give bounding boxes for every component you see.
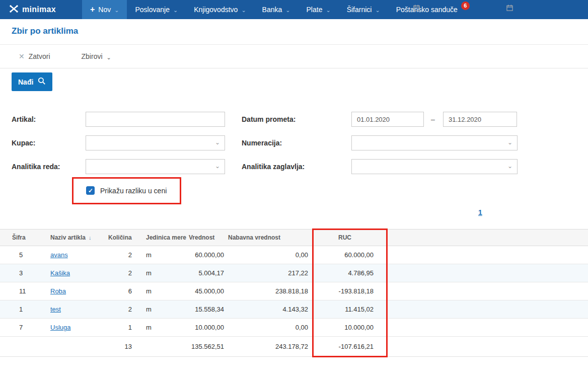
prikazi-razliku-checkbox[interactable] bbox=[86, 186, 95, 195]
cell-vrednost: 45.000,00 bbox=[189, 282, 228, 300]
cell-kolicina: 2 bbox=[108, 264, 136, 282]
cell-kolicina: 2 bbox=[108, 246, 136, 264]
analitika-zaglavlja-select[interactable]: ⌄ bbox=[351, 159, 518, 174]
close-button[interactable]: ✕ Zatvori bbox=[19, 52, 50, 60]
kupac-label: Kupac: bbox=[12, 135, 35, 150]
artikal-link[interactable]: test bbox=[50, 305, 61, 313]
header-naziv-label: Naziv artikla bbox=[50, 234, 86, 241]
header-ruc[interactable]: RUC bbox=[312, 230, 378, 246]
artikal-link[interactable]: Kašika bbox=[50, 269, 70, 277]
zbirovi-label: Zbirovi bbox=[82, 52, 103, 60]
table-row: 1 test 2 m 15.558,34 4.143,32 11.415,02 bbox=[0, 300, 588, 319]
date-from-input[interactable] bbox=[351, 112, 424, 127]
kupac-select[interactable]: ⌄ bbox=[86, 135, 225, 150]
search-icon bbox=[38, 77, 46, 87]
minimax-logo-icon bbox=[9, 5, 19, 15]
chevron-down-icon: ⌄ bbox=[114, 7, 119, 14]
nav-item-postansko-sanduce[interactable]: Poštansko sanduče 6 bbox=[388, 0, 478, 19]
chevron-down-icon: ⌄ bbox=[507, 163, 512, 170]
numeracija-select[interactable]: ⌄ bbox=[351, 135, 518, 150]
artikal-link[interactable]: Roba bbox=[50, 287, 66, 295]
total-nabavna: 243.178,72 bbox=[228, 337, 312, 357]
header-vrednost[interactable]: Vrednost bbox=[189, 230, 228, 246]
chevron-down-icon: ⌄ bbox=[215, 163, 220, 170]
cell-sifra: 11 bbox=[0, 282, 50, 300]
cell-jedinica: m bbox=[136, 264, 189, 282]
chevron-down-icon: ⌄ bbox=[507, 139, 512, 146]
date-to-input[interactable] bbox=[443, 112, 517, 127]
cell-sifra: 5 bbox=[0, 246, 50, 264]
nav-item-knjigovodstvo[interactable]: Knjigovodstvo ⌄ bbox=[186, 0, 254, 19]
cell-ruc: -193.818,18 bbox=[312, 282, 378, 300]
table-row: 7 Usluga 1 m 10.000,00 0,00 10.000,00 bbox=[0, 319, 588, 337]
toolbar: ✕ Zatvori Zbirovi ⌄ bbox=[0, 45, 588, 68]
cell-sifra: 7 bbox=[0, 319, 50, 337]
nav-item-label: Poštansko sanduče bbox=[396, 6, 458, 14]
total-ruc: -107.616,21 bbox=[312, 337, 378, 357]
plus-icon: + bbox=[90, 5, 95, 14]
nav-item-banka[interactable]: Banka ⌄ bbox=[254, 0, 299, 19]
artikal-label: Artikal: bbox=[12, 112, 36, 127]
cell-vrednost: 10.000,00 bbox=[189, 319, 228, 337]
chevron-down-icon: ⌄ bbox=[215, 139, 220, 146]
artikal-link[interactable]: avans bbox=[50, 251, 68, 259]
header-filler bbox=[378, 230, 588, 246]
cell-naziv: test bbox=[50, 300, 108, 319]
numeracija-label: Numeracija: bbox=[242, 135, 282, 150]
find-button-label: Nađi bbox=[18, 78, 33, 86]
cell-nabavna: 238.818,18 bbox=[228, 282, 312, 300]
sort-descending-icon: ↓ bbox=[89, 235, 92, 241]
brand-name: minimax bbox=[22, 5, 56, 14]
nav-item-sifarnici[interactable]: Šifarnici ⌄ bbox=[339, 0, 388, 19]
cell-jedinica: m bbox=[136, 282, 189, 300]
analitika-reda-select[interactable]: ⌄ bbox=[86, 159, 225, 174]
notification-badge: 6 bbox=[461, 2, 470, 10]
analitika-zaglavlja-label: Analitika zaglavlja: bbox=[242, 159, 305, 174]
table-row: 5 avans 2 m 60.000,00 0,00 60.000,00 bbox=[0, 246, 588, 264]
find-button[interactable]: Nađi bbox=[12, 72, 52, 91]
chevron-down-icon: ⌄ bbox=[326, 7, 330, 14]
cell-naziv: Kašika bbox=[50, 264, 108, 282]
table-row: 11 Roba 6 m 45.000,00 238.818,18 -193.81… bbox=[0, 282, 588, 300]
cell-kolicina: 1 bbox=[108, 319, 136, 337]
page-title: Zbir po artiklima bbox=[12, 26, 78, 36]
header-sifra[interactable]: Šifra bbox=[0, 230, 50, 246]
cell-jedinica: m bbox=[136, 319, 189, 337]
cell-ruc: 11.415,02 bbox=[312, 300, 378, 319]
cell-sifra: 3 bbox=[0, 264, 50, 282]
cell-kolicina: 2 bbox=[108, 300, 136, 319]
cell-nabavna: 4.143,32 bbox=[228, 300, 312, 319]
header-nabavna-vrednost[interactable]: Nabavna vrednost bbox=[228, 230, 312, 246]
nav-item-label: Poslovanje bbox=[135, 6, 170, 14]
header-jedinica-mere[interactable]: Jedinica mere bbox=[136, 230, 189, 246]
header-kolicina[interactable]: Količina bbox=[108, 230, 136, 246]
close-label: Zatvori bbox=[29, 52, 50, 60]
cell-vrednost: 15.558,34 bbox=[189, 300, 228, 319]
artikal-link[interactable]: Usluga bbox=[50, 324, 70, 331]
cell-sifra: 1 bbox=[0, 300, 50, 319]
close-icon: ✕ bbox=[19, 52, 25, 60]
minimax-brand[interactable]: minimax bbox=[0, 0, 65, 19]
nav-item-label: Plate bbox=[307, 6, 323, 14]
table-total-row: 13 135.562,51 243.178,72 -107.616,21 bbox=[0, 337, 588, 357]
chevron-down-icon: ⌄ bbox=[375, 7, 380, 14]
header-naziv-artikla[interactable]: Naziv artikla↓ bbox=[50, 230, 108, 246]
cell-nabavna: 0,00 bbox=[228, 319, 312, 337]
pagination-page-1[interactable]: 1 bbox=[478, 208, 482, 216]
results-table: Šifra Naziv artikla↓ Količina Jedinica m… bbox=[0, 229, 588, 357]
nav-item-plate[interactable]: Plate ⌄ bbox=[299, 0, 339, 19]
chevron-down-icon: ⌄ bbox=[173, 7, 178, 14]
cell-vrednost: 5.004,17 bbox=[189, 264, 228, 282]
zbirovi-dropdown[interactable]: Zbirovi ⌄ bbox=[82, 52, 111, 60]
cell-vrednost: 60.000,00 bbox=[189, 246, 228, 264]
table-header-row: Šifra Naziv artikla↓ Količina Jedinica m… bbox=[0, 230, 588, 246]
cell-ruc: 60.000,00 bbox=[312, 246, 378, 264]
nav-item-label: Šifarnici bbox=[347, 6, 372, 14]
artikal-input[interactable] bbox=[86, 112, 225, 127]
top-navigation: minimax + Nov ⌄ Poslovanje ⌄ Knjigovodst… bbox=[0, 0, 588, 19]
total-kolicina: 13 bbox=[108, 337, 136, 357]
nav-item-nov[interactable]: + Nov ⌄ bbox=[82, 0, 127, 19]
nav-item-label: Banka bbox=[262, 6, 282, 14]
cell-ruc: 4.786,95 bbox=[312, 264, 378, 282]
nav-item-poslovanje[interactable]: Poslovanje ⌄ bbox=[127, 0, 186, 19]
